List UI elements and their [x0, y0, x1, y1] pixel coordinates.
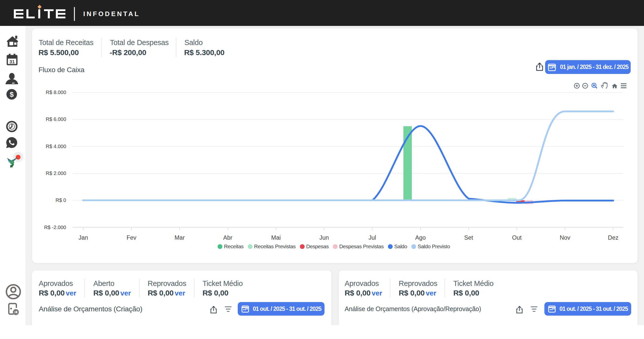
- svg-text:31: 31: [9, 59, 15, 64]
- svg-text:Abr: Abr: [223, 234, 232, 241]
- svg-text:Set: Set: [464, 234, 473, 241]
- svg-text:Out: Out: [512, 234, 522, 241]
- svg-text:R$ 6.000: R$ 6.000: [46, 116, 66, 122]
- svg-text:Ago: Ago: [415, 234, 426, 241]
- svg-text:Jan: Jan: [78, 234, 88, 241]
- svg-text:Mar: Mar: [175, 234, 185, 241]
- svg-text:Dez: Dez: [608, 234, 619, 241]
- svg-text:Fev: Fev: [127, 234, 136, 241]
- svg-text:$: $: [10, 91, 14, 98]
- svg-text:R$ 4.000: R$ 4.000: [46, 144, 66, 149]
- svg-text:Mai: Mai: [271, 234, 281, 241]
- svg-text:Jul: Jul: [369, 234, 376, 241]
- svg-text:R$ 2.000: R$ 2.000: [46, 171, 66, 176]
- svg-text:R$ -2.000: R$ -2.000: [44, 225, 66, 230]
- svg-text:R$ 8.000: R$ 8.000: [46, 90, 66, 95]
- svg-text:R$ 0: R$ 0: [56, 197, 66, 203]
- svg-text:Jun: Jun: [319, 234, 329, 241]
- svg-text:Nov: Nov: [560, 234, 570, 241]
- svg-text:INFODENTAL: INFODENTAL: [83, 10, 140, 18]
